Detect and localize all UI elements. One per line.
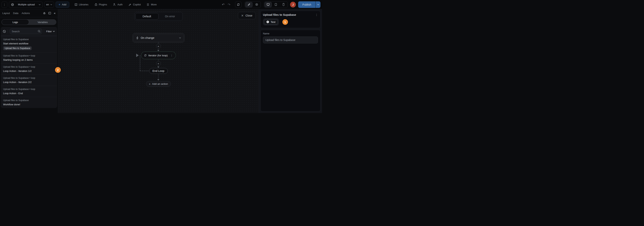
trigger-label: On change bbox=[141, 36, 154, 39]
chevron-down-icon bbox=[317, 4, 319, 5]
test-button[interactable]: Test bbox=[264, 19, 278, 25]
nav-more[interactable]: More bbox=[146, 3, 158, 6]
divider bbox=[44, 29, 44, 33]
puzzle-icon bbox=[94, 3, 98, 6]
test-label: Test bbox=[271, 20, 276, 23]
log-search bbox=[10, 28, 42, 34]
nav-plugins[interactable]: Plugins bbox=[94, 3, 108, 6]
play-circle-icon bbox=[266, 20, 269, 23]
nav-label: More bbox=[151, 3, 157, 6]
inspector-panel: Upload files to Supabase ⋮ Test bbox=[259, 9, 322, 113]
pencil-icon bbox=[248, 3, 250, 6]
chevron-down-icon bbox=[50, 4, 52, 5]
lightning-icon bbox=[136, 36, 139, 40]
log-entry[interactable]: Upload files to Supabase • loop Loop Act… bbox=[1, 86, 57, 97]
end-loop-node[interactable]: End Loop bbox=[149, 68, 168, 74]
log-message: Loop Action - Iteration 1/2 bbox=[3, 70, 55, 72]
device-desktop-button[interactable] bbox=[264, 2, 272, 7]
log-entry[interactable]: Upload files to Supabase • loop Loop Act… bbox=[1, 63, 57, 75]
arrow-down-icon bbox=[157, 79, 159, 80]
left-sidebar: Layout Data Actions bbox=[0, 9, 58, 113]
log-message: Workflow done! bbox=[3, 103, 55, 106]
divider bbox=[8, 29, 8, 33]
app-menu-button[interactable]: ⋮ bbox=[2, 1, 7, 8]
log-source: Upload files to Supabase • loop bbox=[3, 65, 55, 68]
log-message: Loop Action - Iteration 2/2 bbox=[3, 81, 55, 84]
refresh-icon bbox=[237, 3, 240, 6]
collapse-sidebar-button[interactable]: « bbox=[54, 11, 56, 15]
insert-action-button-2[interactable]: + bbox=[156, 61, 161, 66]
clear-logs-button[interactable] bbox=[3, 30, 6, 33]
logs-toolbar: Filter bbox=[1, 27, 57, 36]
page-selector[interactable]: Multiple upload bbox=[9, 1, 43, 8]
iterator-menu-icon[interactable]: ⋮ bbox=[170, 54, 173, 57]
inspector-menu-button[interactable]: ⋮ bbox=[315, 13, 318, 16]
filter-label: Filter bbox=[46, 30, 52, 33]
nav-auth[interactable]: Auth bbox=[112, 3, 123, 6]
inspector-title: Upload files to Supabase bbox=[263, 13, 296, 16]
sync-button[interactable] bbox=[235, 1, 242, 8]
log-entry[interactable]: Upload files to Supabase Start element w… bbox=[1, 36, 57, 52]
workflow-canvas[interactable]: Default On error × Close On change + bbox=[58, 9, 259, 113]
add-button[interactable]: + Add bbox=[56, 1, 69, 8]
tab-default[interactable]: Default bbox=[136, 13, 158, 19]
edit-mode-button[interactable] bbox=[245, 2, 252, 7]
publish-dropdown-button[interactable] bbox=[316, 1, 320, 8]
ban-icon bbox=[3, 30, 6, 33]
sidebar-tab-actions[interactable]: Actions bbox=[22, 12, 30, 14]
panel-toggle-button[interactable] bbox=[48, 12, 51, 14]
sidebar-tab-data[interactable]: Data bbox=[13, 12, 18, 14]
connector-line bbox=[158, 59, 158, 61]
tab-logs[interactable]: Logs bbox=[2, 19, 29, 25]
debug-button[interactable] bbox=[43, 12, 46, 14]
redo-button[interactable]: ↷ bbox=[227, 3, 231, 6]
nav-copilot[interactable]: Copilot bbox=[128, 3, 142, 6]
test-button-wrap: Test bbox=[263, 18, 279, 25]
device-mobile-button[interactable] bbox=[280, 2, 287, 7]
avatar[interactable]: J bbox=[290, 2, 296, 7]
search-input[interactable] bbox=[10, 28, 42, 34]
tab-variables[interactable]: Variables bbox=[29, 19, 56, 25]
nav-label: Auth bbox=[117, 3, 122, 6]
undo-button[interactable]: ↶ bbox=[221, 3, 226, 6]
language-selector[interactable]: en bbox=[44, 1, 54, 8]
nav-libraries[interactable]: Libraries bbox=[74, 3, 89, 6]
trigger-node-on-change[interactable]: On change bbox=[133, 34, 184, 42]
log-message: Start element workflow bbox=[3, 42, 55, 45]
name-input[interactable] bbox=[263, 36, 318, 43]
loop-icon bbox=[144, 54, 146, 57]
filter-button[interactable]: Filter bbox=[46, 30, 55, 33]
preview-icon bbox=[255, 3, 258, 6]
device-tablet-button[interactable] bbox=[272, 2, 280, 7]
tab-on-error[interactable]: On error bbox=[158, 13, 182, 19]
chevron-down-icon bbox=[39, 4, 40, 5]
add-action-label: Add an action bbox=[152, 82, 168, 85]
sidebar-tab-layout[interactable]: Layout bbox=[2, 12, 10, 14]
step-badge-2: 2 bbox=[55, 67, 61, 73]
search-icon bbox=[38, 30, 40, 33]
sidebar-header-icons: « bbox=[43, 11, 56, 15]
nav-label: Libraries bbox=[79, 3, 88, 6]
log-entry[interactable]: Upload files to Supabase • loop Loop Act… bbox=[1, 75, 57, 86]
chevron-down-icon bbox=[53, 31, 55, 32]
publish-button[interactable]: Publish bbox=[298, 1, 316, 8]
page-selector-label: Multiple upload bbox=[16, 3, 37, 6]
edit-preview-toggle bbox=[245, 1, 261, 8]
panel-left-icon bbox=[48, 12, 51, 14]
close-button[interactable]: × Close bbox=[238, 12, 256, 19]
log-source: Upload files to Supabase bbox=[3, 99, 55, 102]
plus-icon: + bbox=[58, 3, 60, 6]
insert-action-button-1[interactable]: + bbox=[156, 44, 161, 48]
arrow-down-icon bbox=[157, 66, 159, 68]
preview-mode-button[interactable] bbox=[253, 2, 260, 7]
log-entry[interactable]: Upload files to Supabase Workflow done! bbox=[1, 97, 57, 108]
add-button-label: Add bbox=[62, 3, 66, 6]
nav-label: Copilot bbox=[133, 3, 140, 6]
add-action-button[interactable]: + Add an action bbox=[146, 81, 171, 87]
menu-icon bbox=[147, 3, 150, 6]
iterator-node[interactable]: Iterator (for loop) ⋮ bbox=[141, 51, 176, 59]
inspector-header-card: Upload files to Supabase ⋮ Test bbox=[260, 11, 320, 28]
log-entry[interactable]: Upload files to Supabase • loop Starting… bbox=[1, 52, 57, 63]
workflow-mode-toggle: Default On error bbox=[134, 12, 183, 21]
user-icon bbox=[113, 3, 116, 6]
